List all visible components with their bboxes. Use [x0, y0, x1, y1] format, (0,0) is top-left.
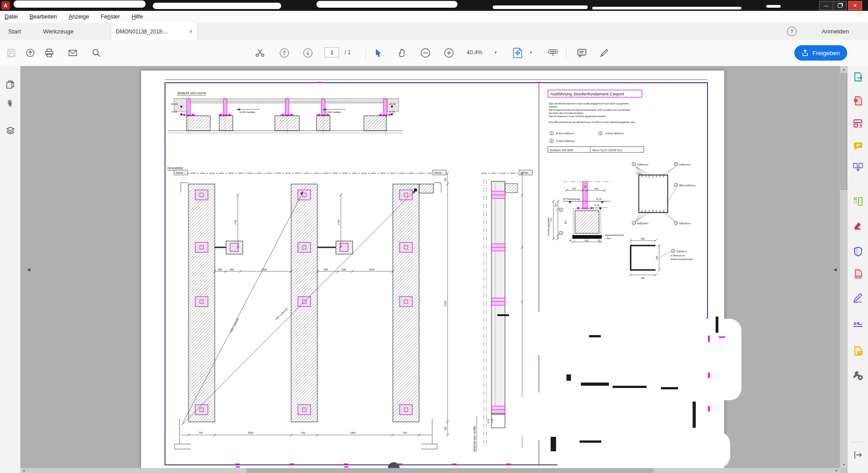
horizontal-scrollbar[interactable]: ◄ ►	[20, 468, 840, 473]
request-signatures-icon[interactable]	[852, 318, 864, 330]
vertical-scrollbar[interactable]: ▲ ▼	[840, 66, 848, 468]
save-icon[interactable]	[5, 46, 18, 60]
dim: 580	[641, 237, 645, 240]
stamp-fragment	[497, 314, 509, 316]
protect-icon[interactable]	[852, 246, 864, 257]
sign-in-link[interactable]: Anmelden	[821, 23, 849, 40]
menu-bar: Datei Bearbeiten Anzeige Fenster Hilfe	[0, 11, 868, 23]
fit-page-caret-icon[interactable]: ▾	[530, 50, 532, 55]
upload-cloud-icon[interactable]	[24, 46, 37, 60]
snapshot-scissors-icon[interactable]	[253, 46, 267, 60]
toolbar-divider	[566, 46, 566, 60]
fill-highlight-icon[interactable]	[852, 220, 864, 232]
title-bar: A — ✕	[0, 0, 868, 11]
menu-anzeige[interactable]: Anzeige	[69, 14, 89, 20]
tab-document[interactable]: DMON01138_2018-... ×	[111, 23, 198, 40]
side-level-2: -0,15	[491, 418, 494, 423]
rebar-label-br: 2xØ14mm	[679, 222, 691, 225]
more-tools-icon[interactable]	[852, 369, 864, 381]
scroll-down-icon[interactable]: ▼	[842, 463, 845, 466]
combine-files-icon[interactable]	[852, 161, 864, 173]
stamp-fragment	[589, 335, 601, 337]
send-for-comments-icon[interactable]	[852, 345, 864, 357]
dim: 650	[564, 220, 567, 224]
email-icon[interactable]	[66, 46, 80, 60]
rebar-item-2: 5 Stück Ø10mm	[556, 140, 575, 142]
create-pdf-icon[interactable]	[852, 95, 864, 107]
vertical-scrollbar-thumb[interactable]	[840, 73, 847, 190]
fill-sign-icon[interactable]	[852, 293, 864, 304]
scroll-up-icon[interactable]: ▲	[842, 68, 845, 71]
tab-werkzeuge[interactable]: Werkzeuge	[43, 23, 74, 40]
help-icon[interactable]: ?	[787, 27, 797, 36]
minimize-button[interactable]: —	[819, 1, 833, 10]
zoom-caret-icon[interactable]: ▾	[495, 50, 497, 55]
stamp-fragment	[661, 387, 678, 389]
dim: 1425	[234, 220, 237, 225]
grenze-label-right: Grenze	[434, 171, 442, 174]
sauberkeitsschicht-thickness: < 5cm	[605, 237, 611, 240]
previous-page-icon[interactable]	[278, 46, 291, 60]
print-icon[interactable]	[42, 46, 56, 60]
dim: 700	[301, 431, 305, 434]
fit-page-icon[interactable]	[511, 46, 524, 60]
dim: 1005	[261, 268, 267, 271]
next-page-icon[interactable]	[301, 46, 315, 60]
toolbar-mode-icon[interactable]	[546, 46, 560, 60]
select-tool-icon[interactable]	[372, 46, 385, 60]
horizontal-scrollbar-thumb[interactable]	[246, 468, 653, 473]
document-viewport[interactable]: Ansicht von vorne	[20, 66, 848, 473]
redaction-blob	[153, 3, 281, 9]
share-button[interactable]: Freigeben	[794, 45, 847, 61]
rebar-item-1: Ø 8mm/300mm	[556, 132, 574, 135]
zoom-level-label[interactable]: 40,4%	[467, 49, 482, 56]
zoom-out-icon[interactable]	[419, 46, 432, 60]
page-total-label: / 1	[344, 49, 351, 56]
slope-label-1: 0,4% Gefälle	[240, 111, 255, 114]
pencil-icon[interactable]	[598, 46, 611, 60]
compress-pdf-icon[interactable]	[852, 268, 864, 280]
hand-tool-icon[interactable]	[395, 46, 409, 60]
dim: 310	[572, 187, 576, 190]
collapse-right-panel-icon[interactable]: ◄	[833, 267, 838, 272]
close-button[interactable]: ✕	[848, 1, 862, 10]
search-icon[interactable]	[90, 46, 103, 60]
menu-bearbeiten[interactable]: Bearbeiten	[29, 14, 57, 20]
plan-view: Grundriss Grenze Grenze	[167, 166, 449, 449]
edit-pdf-icon[interactable]	[852, 118, 864, 129]
collapse-left-panel-icon[interactable]: ◄	[26, 267, 31, 272]
left-panel-rail	[0, 66, 21, 473]
restore-glyph	[838, 4, 842, 8]
minimize-glyph: —	[824, 4, 829, 8]
tab-start[interactable]: Start	[8, 23, 21, 40]
restore-button[interactable]	[833, 1, 847, 10]
redaction-blob	[14, 0, 146, 8]
dim: 630	[585, 239, 589, 242]
notes-line: Das Fundament muss frostfrei gegründet w…	[549, 115, 607, 118]
attachments-icon[interactable]	[5, 98, 16, 109]
menu-datei[interactable]: Datei	[5, 14, 18, 20]
zoom-in-icon[interactable]	[442, 46, 456, 60]
comment-icon[interactable]	[575, 46, 589, 60]
page-thumbnails-icon[interactable]	[5, 79, 16, 90]
dim: 1990	[350, 431, 355, 434]
front-elevation-view: Ansicht von vorne	[168, 91, 402, 135]
main-toolbar: / 1 40,4% ▾ ▾ Freigeben	[0, 40, 868, 66]
dim: 400	[230, 268, 234, 271]
scroll-right-icon[interactable]: ►	[835, 469, 838, 472]
layers-icon[interactable]	[5, 125, 16, 137]
redaction-blob	[592, 7, 741, 9]
scrollbar-corner	[840, 468, 848, 473]
page-number-input[interactable]	[325, 47, 339, 57]
dim: 285	[218, 268, 222, 271]
menu-hilfe[interactable]: Hilfe	[132, 14, 143, 20]
organize-pages-icon[interactable]	[852, 196, 864, 208]
export-pdf-icon[interactable]	[852, 71, 864, 83]
scroll-left-icon[interactable]: ◄	[22, 469, 25, 472]
menu-fenster[interactable]: Fenster	[101, 14, 120, 20]
open-tools-pane-icon[interactable]	[852, 449, 864, 461]
front-level-minus: -0,15	[171, 110, 177, 113]
tab-close-icon[interactable]: ×	[189, 28, 193, 35]
comment-tool-icon[interactable]	[852, 140, 864, 152]
dim: 400	[342, 268, 346, 271]
